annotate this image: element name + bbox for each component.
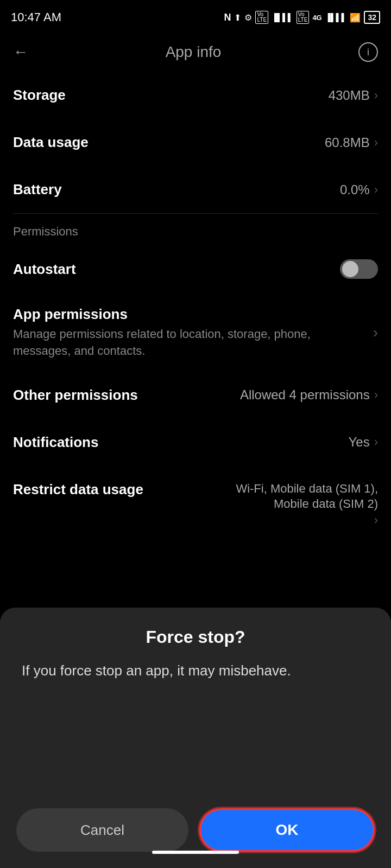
notifications-item[interactable]: Notifications Yes ›	[0, 419, 391, 466]
autostart-item[interactable]: Autostart	[0, 244, 391, 294]
battery-value: 0.0%	[340, 182, 370, 197]
data-usage-item[interactable]: Data usage 60.8MB ›	[0, 119, 391, 166]
nav-bar	[0, 841, 391, 868]
storage-value-group: 430MB ›	[329, 88, 378, 103]
notifications-label: Notifications	[13, 434, 98, 451]
battery-indicator: 32	[364, 11, 380, 24]
battery-item[interactable]: Battery 0.0% ›	[0, 166, 391, 213]
other-permissions-chevron: ›	[374, 388, 378, 402]
storage-item[interactable]: Storage 430MB ›	[0, 72, 391, 119]
battery-value-group: 0.0% ›	[340, 182, 378, 197]
settings-icon: ⚙	[244, 12, 252, 23]
permissions-section-label: Permissions	[0, 214, 391, 244]
upload-icon: ⬆	[234, 12, 241, 23]
volte2-icon: VoLTE	[297, 11, 310, 24]
signal1-icon: ▐▌▌▌	[272, 13, 293, 22]
autostart-toggle[interactable]	[340, 259, 378, 279]
other-permissions-value-group: Allowed 4 permissions ›	[240, 387, 378, 403]
notifications-chevron: ›	[374, 435, 378, 449]
other-permissions-item[interactable]: Other permissions Allowed 4 permissions …	[0, 372, 391, 419]
restrict-data-chevron: ›	[374, 513, 378, 527]
restrict-data-value-group: Wi-Fi, Mobile data (SIM 1), Mobile data …	[204, 481, 378, 527]
storage-value: 430MB	[329, 88, 370, 103]
status-icons: N ⬆ ⚙ VoLTE ▐▌▌▌ VoLTE 4G ▐▌▌▌ 📶 32	[224, 11, 380, 24]
app-permissions-item[interactable]: App permissions Manage permissions relat…	[0, 294, 391, 372]
top-bar: ← App info i	[0, 33, 391, 72]
battery-chevron: ›	[374, 183, 378, 197]
dialog-title: Force stop?	[146, 627, 245, 647]
storage-label: Storage	[13, 87, 66, 104]
home-indicator	[152, 851, 239, 854]
app-permissions-left: App permissions Manage permissions relat…	[13, 306, 373, 360]
battery-label: Battery	[13, 181, 62, 198]
force-stop-dialog: Force stop? If you force stop an app, it…	[0, 608, 391, 868]
autostart-label: Autostart	[13, 261, 76, 278]
nfc-icon: N	[224, 12, 231, 23]
app-permissions-title: App permissions	[13, 306, 362, 323]
4g-icon: 4G	[312, 14, 321, 22]
notifications-value: Yes	[349, 435, 370, 450]
data-usage-label: Data usage	[13, 134, 89, 151]
storage-chevron: ›	[374, 88, 378, 103]
restrict-data-label: Restrict data usage	[13, 481, 143, 498]
notifications-value-group: Yes ›	[349, 435, 378, 450]
status-time: 10:47 AM	[11, 10, 61, 24]
status-bar: 10:47 AM N ⬆ ⚙ VoLTE ▐▌▌▌ VoLTE 4G ▐▌▌▌ …	[0, 0, 391, 33]
data-usage-value: 60.8MB	[325, 135, 370, 150]
app-permissions-desc: Manage permissions related to location, …	[13, 326, 362, 360]
restrict-data-item[interactable]: Restrict data usage Wi-Fi, Mobile data (…	[0, 466, 391, 542]
app-permissions-chevron: ›	[373, 324, 378, 341]
info-button[interactable]: i	[358, 42, 378, 62]
page-title: App info	[28, 43, 358, 61]
toggle-knob	[342, 261, 358, 277]
back-button[interactable]: ←	[13, 43, 28, 61]
restrict-data-value: Wi-Fi, Mobile data (SIM 1), Mobile data …	[204, 481, 378, 512]
data-usage-value-group: 60.8MB ›	[325, 135, 378, 150]
volte-icon: VoLTE	[255, 11, 268, 24]
dialog-body: If you force stop an app, it may misbeha…	[16, 660, 375, 681]
signal2-icon: ▐▌▌▌	[325, 13, 347, 22]
other-permissions-value: Allowed 4 permissions	[240, 387, 370, 403]
data-usage-chevron: ›	[374, 136, 378, 150]
wifi-icon: 📶	[350, 12, 361, 23]
other-permissions-label: Other permissions	[13, 387, 138, 404]
